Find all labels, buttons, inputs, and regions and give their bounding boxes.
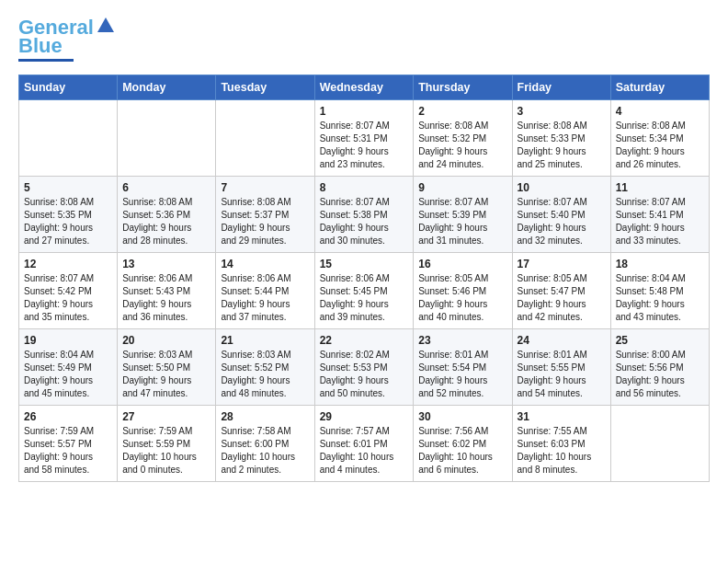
week-row-2: 5Sunrise: 8:08 AM Sunset: 5:35 PM Daylig… [19,177,710,253]
day-number: 14 [221,258,309,270]
day-info: Sunrise: 8:07 AM Sunset: 5:41 PM Dayligh… [616,196,704,247]
day-cell: 7Sunrise: 8:08 AM Sunset: 5:37 PM Daylig… [216,177,314,253]
day-number: 23 [418,334,506,347]
day-cell: 31Sunrise: 7:55 AM Sunset: 6:03 PM Dayli… [512,406,610,482]
day-number: 8 [320,181,409,194]
logo-line [18,59,74,62]
day-number: 6 [122,181,210,194]
day-cell [216,100,314,177]
day-cell: 21Sunrise: 8:03 AM Sunset: 5:52 PM Dayli… [216,329,314,406]
day-cell: 23Sunrise: 8:01 AM Sunset: 5:54 PM Dayli… [414,329,512,406]
day-info: Sunrise: 8:01 AM Sunset: 5:55 PM Dayligh… [518,349,606,400]
day-cell: 24Sunrise: 8:01 AM Sunset: 5:55 PM Dayli… [512,329,610,406]
day-cell: 4Sunrise: 8:08 AM Sunset: 5:34 PM Daylig… [610,100,709,177]
day-info: Sunrise: 8:07 AM Sunset: 5:39 PM Dayligh… [418,196,506,247]
day-cell: 10Sunrise: 8:07 AM Sunset: 5:40 PM Dayli… [512,177,610,253]
day-number: 26 [24,410,112,423]
day-cell: 15Sunrise: 8:06 AM Sunset: 5:45 PM Dayli… [314,253,414,329]
day-number: 21 [221,334,309,347]
day-info: Sunrise: 8:01 AM Sunset: 5:54 PM Dayligh… [418,349,506,400]
day-cell: 22Sunrise: 8:02 AM Sunset: 5:53 PM Dayli… [314,329,414,406]
weekday-header-wednesday: Wednesday [314,75,414,100]
day-info: Sunrise: 7:59 AM Sunset: 5:59 PM Dayligh… [122,425,210,477]
day-cell: 18Sunrise: 8:04 AM Sunset: 5:48 PM Dayli… [610,253,709,329]
day-info: Sunrise: 7:58 AM Sunset: 6:00 PM Dayligh… [221,425,309,477]
day-cell: 29Sunrise: 7:57 AM Sunset: 6:01 PM Dayli… [314,406,414,482]
day-number: 12 [24,258,112,270]
weekday-header-thursday: Thursday [414,75,512,100]
day-info: Sunrise: 8:08 AM Sunset: 5:35 PM Dayligh… [24,196,112,247]
day-info: Sunrise: 8:08 AM Sunset: 5:33 PM Dayligh… [518,120,606,171]
day-cell: 9Sunrise: 8:07 AM Sunset: 5:39 PM Daylig… [414,177,512,253]
day-cell: 3Sunrise: 8:08 AM Sunset: 5:33 PM Daylig… [512,100,610,177]
week-row-3: 12Sunrise: 8:07 AM Sunset: 5:42 PM Dayli… [19,253,710,329]
weekday-header-monday: Monday [118,75,216,100]
day-info: Sunrise: 8:03 AM Sunset: 5:50 PM Dayligh… [122,349,210,400]
weekday-header-sunday: Sunday [19,75,118,100]
day-cell [19,100,118,177]
day-number: 4 [616,105,704,118]
day-info: Sunrise: 8:07 AM Sunset: 5:40 PM Dayligh… [518,196,606,247]
day-info: Sunrise: 7:55 AM Sunset: 6:03 PM Dayligh… [518,425,606,477]
page: General Blue SundayMondayTuesdayWednesda… [0,0,728,499]
day-info: Sunrise: 7:59 AM Sunset: 5:57 PM Dayligh… [24,425,112,477]
day-number: 18 [616,258,704,270]
day-number: 19 [24,334,112,347]
day-info: Sunrise: 8:06 AM Sunset: 5:43 PM Dayligh… [122,272,210,324]
week-row-1: 1Sunrise: 8:07 AM Sunset: 5:31 PM Daylig… [19,100,710,177]
logo-blue-text: Blue [18,35,63,57]
day-info: Sunrise: 8:04 AM Sunset: 5:49 PM Dayligh… [24,349,112,400]
day-cell [118,100,216,177]
day-number: 28 [221,410,309,423]
day-number: 11 [616,181,704,194]
day-number: 25 [616,334,704,347]
day-number: 7 [221,181,309,194]
day-info: Sunrise: 8:08 AM Sunset: 5:37 PM Dayligh… [221,196,309,247]
day-number: 3 [518,105,606,118]
day-number: 15 [320,258,409,270]
day-info: Sunrise: 7:57 AM Sunset: 6:01 PM Dayligh… [320,425,409,477]
day-number: 27 [122,410,210,423]
day-info: Sunrise: 8:00 AM Sunset: 5:56 PM Dayligh… [616,349,704,400]
weekday-header-tuesday: Tuesday [216,75,314,100]
day-info: Sunrise: 8:06 AM Sunset: 5:45 PM Dayligh… [320,272,409,324]
day-cell: 19Sunrise: 8:04 AM Sunset: 5:49 PM Dayli… [19,329,118,406]
day-number: 13 [122,258,210,270]
day-info: Sunrise: 8:08 AM Sunset: 5:36 PM Dayligh… [122,196,210,247]
day-number: 22 [320,334,409,347]
day-number: 2 [418,105,506,118]
day-cell: 1Sunrise: 8:07 AM Sunset: 5:31 PM Daylig… [314,100,414,177]
weekday-header-row: SundayMondayTuesdayWednesdayThursdayFrid… [19,75,710,100]
day-cell: 12Sunrise: 8:07 AM Sunset: 5:42 PM Dayli… [19,253,118,329]
day-cell: 2Sunrise: 8:08 AM Sunset: 5:32 PM Daylig… [414,100,512,177]
day-cell: 25Sunrise: 8:00 AM Sunset: 5:56 PM Dayli… [610,329,709,406]
day-number: 9 [418,181,506,194]
day-cell: 13Sunrise: 8:06 AM Sunset: 5:43 PM Dayli… [118,253,216,329]
day-cell: 20Sunrise: 8:03 AM Sunset: 5:50 PM Dayli… [118,329,216,406]
day-number: 1 [320,105,409,118]
day-info: Sunrise: 8:08 AM Sunset: 5:32 PM Dayligh… [418,120,506,171]
day-number: 5 [24,181,112,194]
day-cell: 5Sunrise: 8:08 AM Sunset: 5:35 PM Daylig… [19,177,118,253]
day-info: Sunrise: 8:08 AM Sunset: 5:34 PM Dayligh… [616,120,704,171]
svg-marker-0 [97,17,114,32]
day-cell: 8Sunrise: 8:07 AM Sunset: 5:38 PM Daylig… [314,177,414,253]
day-number: 17 [518,258,606,270]
day-cell [610,406,709,482]
weekday-header-saturday: Saturday [610,75,709,100]
header: General Blue [18,17,710,62]
day-info: Sunrise: 8:07 AM Sunset: 5:38 PM Dayligh… [320,196,409,247]
day-info: Sunrise: 8:06 AM Sunset: 5:44 PM Dayligh… [221,272,309,324]
day-cell: 11Sunrise: 8:07 AM Sunset: 5:41 PM Dayli… [610,177,709,253]
day-info: Sunrise: 8:05 AM Sunset: 5:46 PM Dayligh… [418,272,506,324]
week-row-5: 26Sunrise: 7:59 AM Sunset: 5:57 PM Dayli… [19,406,710,482]
day-number: 30 [418,410,506,423]
day-cell: 28Sunrise: 7:58 AM Sunset: 6:00 PM Dayli… [216,406,314,482]
calendar-table: SundayMondayTuesdayWednesdayThursdayFrid… [18,75,710,482]
day-number: 24 [518,334,606,347]
day-number: 20 [122,334,210,347]
day-number: 16 [418,258,506,270]
day-cell: 27Sunrise: 7:59 AM Sunset: 5:59 PM Dayli… [118,406,216,482]
day-cell: 14Sunrise: 8:06 AM Sunset: 5:44 PM Dayli… [216,253,314,329]
weekday-header-friday: Friday [512,75,610,100]
